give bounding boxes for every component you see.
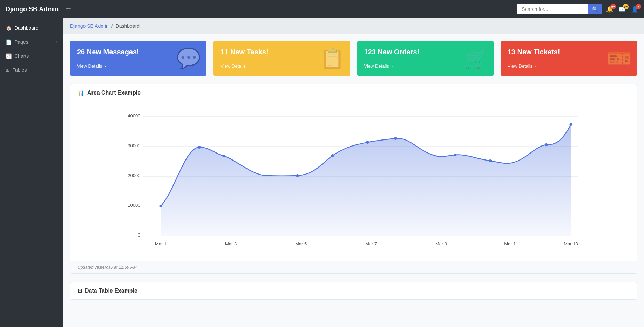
- sidebar-item-charts[interactable]: 📈 Charts: [0, 49, 63, 63]
- svg-text:30000: 30000: [128, 143, 140, 148]
- data-table-card: ⊞ Data Table Example: [70, 282, 637, 300]
- data-table-header: ⊞ Data Table Example: [70, 282, 637, 299]
- svg-text:Mar 9: Mar 9: [435, 241, 447, 246]
- area-chart-title: Area Chart Example: [87, 90, 141, 96]
- user-icon[interactable]: 👤 7: [631, 6, 638, 13]
- stat-card-messages[interactable]: 26 New Messages! View Details › 💬: [70, 41, 206, 76]
- messages-icon[interactable]: ✉️ 9+: [619, 6, 626, 13]
- area-chart-svg-container: 40000 30000 20000 10000 0: [77, 107, 630, 256]
- search-input[interactable]: [517, 4, 588, 14]
- svg-text:Mar 3: Mar 3: [225, 241, 237, 246]
- breadcrumb-parent[interactable]: Django SB Admin: [70, 23, 109, 29]
- sidebar-item-pages-label: Pages: [14, 39, 28, 45]
- sidebar-item-tables[interactable]: ⊞ Tables: [0, 63, 63, 77]
- main-content: Django SB Admin / Dashboard 26 New Messa…: [63, 18, 644, 327]
- stat-card-tickets[interactable]: 13 New Tickets! View Details › 🎫: [501, 41, 637, 76]
- svg-point-10: [160, 205, 162, 207]
- tables-icon: ⊞: [6, 67, 10, 73]
- sidebar-item-dashboard[interactable]: 🏠 Dashboard: [0, 21, 63, 35]
- app-title: Django SB Admin: [6, 6, 59, 13]
- pages-icon: 📄: [6, 39, 12, 45]
- breadcrumb: Django SB Admin / Dashboard: [63, 18, 644, 34]
- sidebar-toggle-button[interactable]: ☰: [66, 5, 71, 13]
- stat-card-tasks[interactable]: 11 New Tasks! View Details › 📋: [213, 41, 350, 76]
- area-chart-header: 📊 Area Chart Example: [70, 84, 637, 101]
- topnav-icons: 🔔 9+ ✉️ 9+ 👤 7: [606, 6, 638, 13]
- tickets-stat-icon: 🎫: [607, 47, 631, 70]
- stat-card-orders[interactable]: 123 New Orders! View Details › 🛒: [357, 41, 494, 76]
- sidebar: 🏠 Dashboard 📄 Pages › 📈 Charts ⊞ Tables: [0, 18, 63, 327]
- data-table-icon: ⊞: [77, 287, 82, 294]
- messages-badge: 9+: [623, 4, 629, 9]
- chevron-right-icon: ›: [391, 63, 393, 69]
- sidebar-item-pages[interactable]: 📄 Pages ›: [0, 35, 63, 49]
- svg-point-15: [366, 141, 369, 144]
- svg-text:10000: 10000: [128, 203, 140, 208]
- svg-text:Mar 5: Mar 5: [295, 241, 307, 246]
- svg-point-19: [545, 143, 548, 146]
- content-area: 26 New Messages! View Details › 💬 11 New…: [63, 34, 644, 307]
- svg-point-17: [454, 154, 457, 156]
- chevron-right-icon: ›: [104, 63, 106, 69]
- user-badge: 7: [636, 4, 641, 9]
- area-chart-svg: 40000 30000 20000 10000 0: [77, 107, 630, 254]
- svg-point-16: [394, 137, 397, 140]
- svg-point-12: [223, 155, 225, 157]
- orders-stat-icon: 🛒: [463, 47, 488, 70]
- charts-icon: 📈: [6, 53, 12, 59]
- dashboard-icon: 🏠: [6, 25, 12, 31]
- tasks-stat-icon: 📋: [320, 47, 345, 70]
- svg-point-11: [198, 146, 201, 149]
- svg-text:Mar 1: Mar 1: [155, 241, 167, 246]
- breadcrumb-separator: /: [111, 23, 113, 29]
- notifications-badge: 9+: [610, 4, 616, 9]
- area-chart-card: 📊 Area Chart Example 40000 30000 20000 1…: [70, 84, 637, 274]
- area-chart-footer: Updated yesterday at 11:59 PM: [70, 261, 637, 273]
- svg-point-20: [570, 123, 572, 126]
- svg-point-13: [296, 174, 299, 177]
- chevron-right-icon: ›: [56, 40, 57, 44]
- search-form: 🔍: [517, 4, 602, 14]
- svg-text:40000: 40000: [128, 113, 140, 118]
- messages-stat-icon: 💬: [176, 47, 201, 70]
- search-button[interactable]: 🔍: [588, 4, 602, 14]
- sidebar-item-dashboard-label: Dashboard: [14, 25, 39, 31]
- data-table-title: Data Table Example: [85, 288, 137, 294]
- svg-text:Mar 13: Mar 13: [564, 241, 578, 246]
- svg-text:Mar 11: Mar 11: [504, 241, 518, 246]
- sidebar-item-tables-label: Tables: [13, 67, 27, 73]
- area-chart-body: 40000 30000 20000 10000 0: [70, 101, 637, 261]
- stats-row: 26 New Messages! View Details › 💬 11 New…: [70, 41, 637, 76]
- svg-point-18: [489, 159, 492, 162]
- topnav: Django SB Admin ☰ 🔍 🔔 9+ ✉️ 9+ 👤 7: [0, 0, 644, 18]
- svg-text:Mar 7: Mar 7: [365, 241, 377, 246]
- chevron-right-icon: ›: [248, 63, 249, 69]
- sidebar-item-charts-label: Charts: [14, 53, 29, 59]
- breadcrumb-current: Dashboard: [116, 23, 140, 29]
- layout: 🏠 Dashboard 📄 Pages › 📈 Charts ⊞ Tables …: [0, 18, 644, 327]
- area-chart-icon: 📊: [77, 89, 84, 96]
- svg-text:0: 0: [138, 232, 140, 238]
- svg-point-14: [331, 154, 334, 157]
- notifications-icon[interactable]: 🔔 9+: [606, 6, 613, 13]
- svg-text:20000: 20000: [128, 173, 140, 178]
- chevron-right-icon: ›: [535, 63, 536, 69]
